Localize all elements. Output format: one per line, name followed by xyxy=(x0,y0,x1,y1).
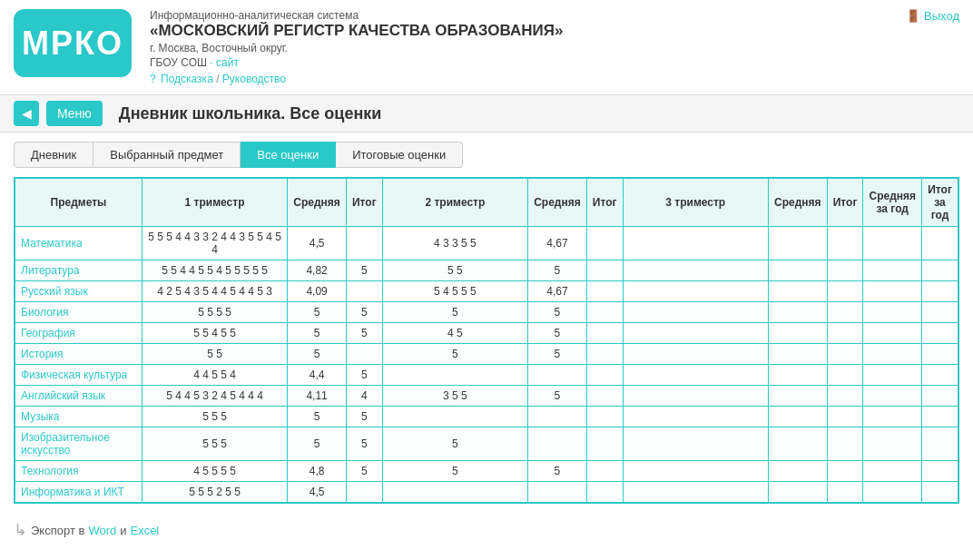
menu-button[interactable]: Меню xyxy=(46,101,103,126)
grade-cell: 4 3 3 5 5 xyxy=(382,227,527,260)
grade-cell: 4,5 xyxy=(288,482,347,504)
grade-cell xyxy=(623,227,768,260)
grade-cell xyxy=(827,407,863,427)
table-row: История5 5555 xyxy=(15,344,958,365)
grade-cell xyxy=(586,386,623,407)
grade-cell: 5 xyxy=(528,260,587,281)
subject-link[interactable]: Математика xyxy=(21,237,83,250)
table-container: Предметы 1 триместр Средняя Итог 2 триме… xyxy=(0,168,973,513)
th-avg2: Средняя xyxy=(528,178,587,227)
table-row: Физическая культура4 4 5 5 44,45 xyxy=(15,365,958,386)
grade-cell xyxy=(586,281,623,302)
grade-cell xyxy=(623,365,768,386)
export-word-link[interactable]: Word xyxy=(88,524,116,537)
subject-link[interactable]: Музыка xyxy=(21,410,59,423)
grade-cell: 5 5 4 4 5 5 4 5 5 5 5 5 xyxy=(142,260,287,281)
grade-cell xyxy=(922,386,958,407)
location: г. Москва, Восточный округ. xyxy=(150,42,906,54)
subject-link[interactable]: География xyxy=(21,327,75,339)
grade-cell: 5 xyxy=(528,344,587,365)
grade-cell xyxy=(346,344,382,365)
grade-cell xyxy=(586,323,623,344)
tab-final-grades[interactable]: Итоговые оценки xyxy=(336,142,463,168)
table-row: Музыка5 5 555 xyxy=(15,407,958,427)
th-avg1: Средняя xyxy=(288,178,347,227)
grade-cell xyxy=(827,281,863,302)
table-row: География5 5 4 5 5554 55 xyxy=(15,323,958,344)
tabs-bar: Дневник Выбранный предмет Все оценки Ито… xyxy=(0,133,973,168)
grade-cell: 4 5 xyxy=(382,323,527,344)
grade-cell: 5 xyxy=(382,461,527,482)
subject-link[interactable]: Технология xyxy=(21,465,79,477)
grade-cell xyxy=(586,407,623,427)
grade-cell: 4,82 xyxy=(288,260,347,281)
grade-cell xyxy=(863,227,922,260)
grade-cell xyxy=(623,407,768,427)
subject-link[interactable]: Английский язык xyxy=(21,389,105,402)
grade-cell xyxy=(768,281,827,302)
grade-cell: 5 xyxy=(288,427,347,461)
grade-cell: 5 5 4 5 5 xyxy=(142,323,287,344)
subject-link[interactable]: Литература xyxy=(21,264,80,277)
grade-cell xyxy=(768,482,827,504)
grade-cell xyxy=(863,260,922,281)
th-itog3: Итог xyxy=(827,178,863,227)
grade-cell xyxy=(586,482,623,504)
grade-cell xyxy=(922,427,958,461)
export-excel-link[interactable]: Excel xyxy=(130,524,159,537)
th-t3: 3 триместр xyxy=(623,178,768,227)
export-prefix: Экспорт в xyxy=(31,524,84,537)
tab-diary[interactable]: Дневник xyxy=(14,142,93,168)
grade-cell: 5 xyxy=(382,344,527,365)
grade-cell xyxy=(922,302,958,323)
grade-cell: 5 xyxy=(288,344,347,365)
grade-cell: 5 5 xyxy=(382,260,527,281)
grade-cell xyxy=(827,482,863,504)
subject-link[interactable]: История xyxy=(21,348,64,360)
grade-cell xyxy=(922,260,958,281)
subject-link[interactable]: Информатика и ИКТ xyxy=(21,486,124,498)
main-title: «МОСКОВСКИЙ РЕГИСТР КАЧЕСТВА ОБРАЗОВАНИЯ… xyxy=(150,22,906,40)
header-info: Информационно-аналитическая система «МОС… xyxy=(150,9,906,85)
subject-link[interactable]: Физическая культура xyxy=(21,368,127,381)
tab-all-grades[interactable]: Все оценки xyxy=(241,142,336,168)
subject-link[interactable]: Русский язык xyxy=(21,285,88,298)
grade-cell xyxy=(863,365,922,386)
grade-cell xyxy=(623,344,768,365)
grade-cell: 4,5 xyxy=(288,227,347,260)
grade-cell xyxy=(623,386,768,407)
grade-cell: 4,67 xyxy=(528,227,587,260)
grade-cell: 3 5 5 xyxy=(382,386,527,407)
grade-cell: 5 4 4 5 3 2 4 5 4 4 4 xyxy=(142,386,287,407)
help-link[interactable]: Подсказка xyxy=(161,73,213,85)
school-site-link[interactable]: · сайт xyxy=(210,56,239,69)
grade-cell xyxy=(863,323,922,344)
grade-cell xyxy=(863,407,922,427)
grade-cell xyxy=(346,227,382,260)
header-links: ? Подсказка / Руководство xyxy=(150,73,906,85)
grade-cell: 5 xyxy=(382,302,527,323)
grade-cell xyxy=(863,482,922,504)
grade-cell xyxy=(586,227,623,260)
table-header-row: Предметы 1 триместр Средняя Итог 2 триме… xyxy=(15,178,958,227)
guide-link[interactable]: Руководство xyxy=(222,73,286,85)
subject-link[interactable]: Изобразительное искусство xyxy=(21,431,110,457)
grade-cell xyxy=(827,365,863,386)
grade-cell: 5 xyxy=(346,323,382,344)
subject-link[interactable]: Биология xyxy=(21,306,68,319)
grade-cell xyxy=(922,323,958,344)
grade-cell: 4,8 xyxy=(288,461,347,482)
back-button[interactable]: ◀ xyxy=(14,101,39,126)
exit-link[interactable]: 🚪 Выход xyxy=(906,9,959,23)
grade-cell xyxy=(863,302,922,323)
export-arrow: ↳ xyxy=(14,520,27,540)
exit-icon: 🚪 xyxy=(906,9,920,23)
tab-subject[interactable]: Выбранный предмет xyxy=(93,142,241,168)
grade-cell xyxy=(382,482,527,504)
grade-cell: 5 5 5 xyxy=(142,427,287,461)
grade-cell: 5 xyxy=(288,323,347,344)
grade-cell: 4 4 5 5 4 xyxy=(142,365,287,386)
grade-cell xyxy=(922,461,958,482)
logo: МРКО xyxy=(14,9,132,77)
grade-cell: 5 xyxy=(346,365,382,386)
